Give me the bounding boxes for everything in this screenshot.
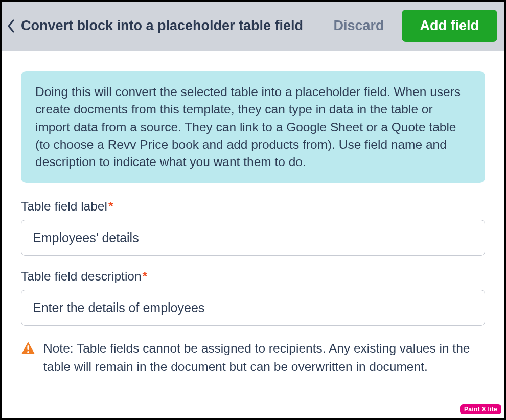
note-row: Note: Table fields cannot be assigned to…	[21, 339, 485, 376]
discard-button[interactable]: Discard	[325, 14, 392, 38]
required-indicator: *	[143, 269, 148, 283]
back-button[interactable]	[5, 16, 17, 36]
table-field-label-caption: Table field label*	[21, 199, 485, 214]
watermark-badge: Paint X lite	[460, 404, 501, 414]
warning-icon	[21, 341, 35, 355]
dialog-content: Doing this will convert the selected tab…	[2, 51, 504, 418]
note-text: Note: Table fields cannot be assigned to…	[43, 339, 485, 376]
svg-rect-0	[27, 345, 29, 350]
table-field-description-group: Table field description*	[21, 269, 485, 326]
required-indicator: *	[108, 199, 113, 213]
table-field-description-caption: Table field description*	[21, 269, 485, 284]
dialog-header: Convert block into a placeholder table f…	[2, 2, 504, 51]
svg-point-1	[27, 352, 29, 354]
dialog-title: Convert block into a placeholder table f…	[21, 17, 321, 35]
add-field-button[interactable]: Add field	[402, 10, 498, 42]
chevron-left-icon	[7, 19, 14, 33]
label-text: Table field description	[21, 269, 142, 283]
header-actions: Discard Add field	[325, 10, 497, 42]
info-callout: Doing this will convert the selected tab…	[21, 71, 485, 183]
table-field-label-group: Table field label*	[21, 199, 485, 256]
label-text: Table field label	[21, 199, 107, 213]
table-field-label-input[interactable]	[21, 220, 485, 256]
table-field-description-input[interactable]	[21, 290, 485, 326]
